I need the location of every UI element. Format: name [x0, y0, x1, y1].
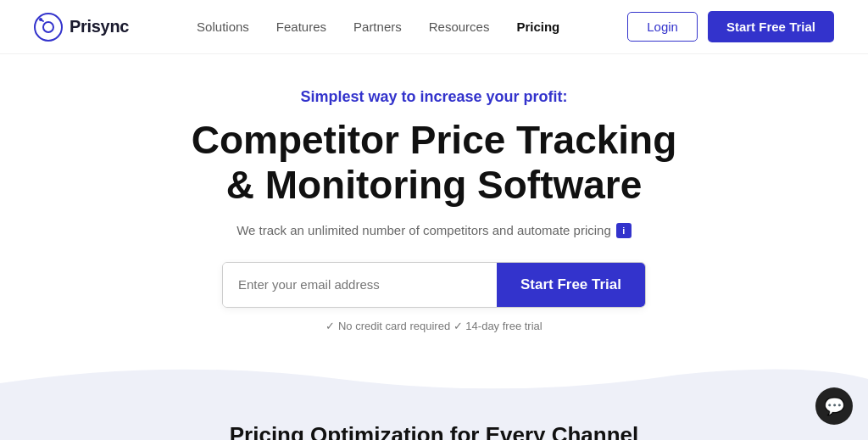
- logo-area: Prisync: [34, 13, 129, 42]
- logo-icon: [34, 13, 63, 42]
- hero-note: ✓ No credit card required ✓ 14-day free …: [326, 320, 542, 332]
- bottom-section: Pricing Optimization for Every Channel: [0, 400, 868, 440]
- chat-bubble[interactable]: 💬: [815, 387, 853, 425]
- hero-subtitle: Simplest way to increase your profit:: [300, 88, 567, 106]
- chat-icon: 💬: [824, 396, 845, 416]
- nav-link-resources[interactable]: Resources: [429, 19, 490, 34]
- login-button[interactable]: Login: [627, 12, 698, 42]
- wave-divider: [0, 358, 868, 400]
- nav-trial-button[interactable]: Start Free Trial: [708, 11, 834, 42]
- email-input[interactable]: [223, 263, 497, 307]
- nav-link-pricing[interactable]: Pricing: [516, 19, 559, 34]
- nav-links: Solutions Features Partners Resources Pr…: [197, 19, 559, 34]
- navbar-actions: Login Start Free Trial: [627, 11, 834, 42]
- nav-link-features[interactable]: Features: [276, 19, 326, 34]
- hero-description: We track an unlimited number of competit…: [236, 223, 632, 238]
- hero-section: Simplest way to increase your profit: Co…: [0, 54, 868, 358]
- hero-desc-text: We track an unlimited number of competit…: [236, 223, 611, 237]
- bottom-title: Pricing Optimization for Every Channel: [17, 422, 851, 440]
- hero-title-line1: Competitor Price Tracking: [192, 118, 677, 162]
- navbar: Prisync Solutions Features Partners Reso…: [0, 0, 868, 54]
- email-form: Start Free Trial: [222, 262, 646, 308]
- svg-point-0: [35, 14, 62, 41]
- wave-svg: [0, 358, 868, 400]
- svg-point-2: [39, 18, 42, 21]
- svg-point-1: [43, 22, 53, 32]
- hero-title: Competitor Price Tracking & Monitoring S…: [192, 118, 677, 208]
- brand-name: Prisync: [70, 17, 129, 36]
- info-icon: i: [616, 223, 632, 238]
- nav-link-solutions[interactable]: Solutions: [197, 19, 249, 34]
- nav-link-partners[interactable]: Partners: [353, 19, 402, 34]
- hero-trial-button[interactable]: Start Free Trial: [497, 263, 645, 307]
- hero-title-line2: & Monitoring Software: [226, 163, 643, 207]
